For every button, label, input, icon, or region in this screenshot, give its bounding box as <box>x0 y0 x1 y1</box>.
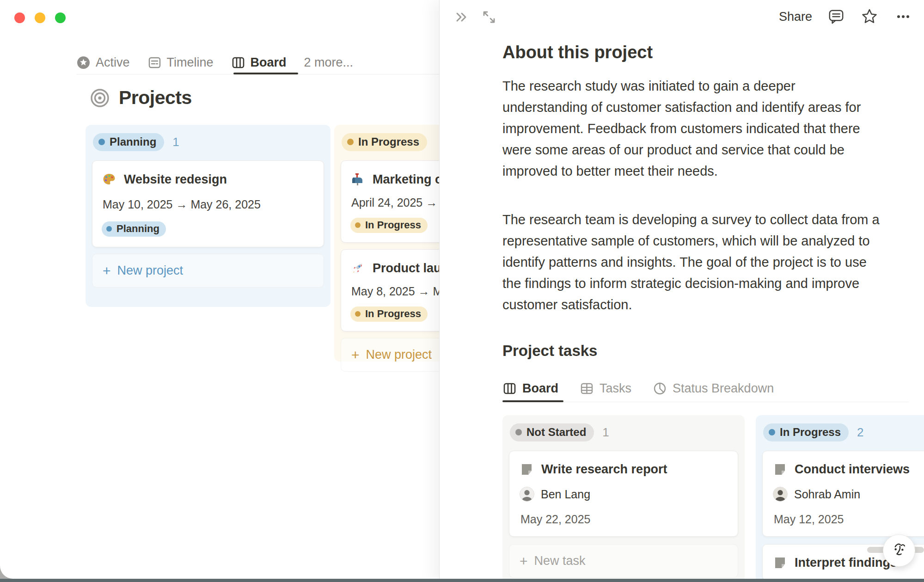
status-badge-planning: Planning <box>93 133 164 151</box>
status-label: Planning <box>116 223 159 235</box>
minimize-window-button[interactable] <box>35 12 45 23</box>
status-dot <box>106 226 112 232</box>
task-column-in-progress-header: In Progress 2 <box>763 423 924 441</box>
close-peek-chevrons-icon[interactable] <box>453 9 469 25</box>
project-card-website-redesign[interactable]: Website redesign May 10, 2025 → May 26, … <box>92 160 324 247</box>
tab-board-label: Board <box>251 55 287 70</box>
plus-icon: + <box>351 348 360 362</box>
task-tab-board-label: Board <box>522 381 558 396</box>
task-card-date: May 22, 2025 <box>520 513 728 526</box>
tab-active-label: Active <box>96 55 130 70</box>
task-card-title: Interpret findings <box>795 556 897 570</box>
project-card-title: Marketing c <box>373 172 439 187</box>
project-card-title: Product lau <box>373 261 439 276</box>
page-icon <box>773 462 787 477</box>
about-paragraph-2: The research team is developing a survey… <box>502 209 881 315</box>
star-circle-icon <box>76 55 91 70</box>
bullseye-icon <box>89 87 110 109</box>
task-card-title: Write research report <box>541 462 667 477</box>
plus-icon: + <box>103 264 111 278</box>
status-label: In Progress <box>365 308 421 320</box>
screen-bottom-edge <box>0 579 924 582</box>
table-icon <box>580 381 594 396</box>
project-card-dates: May 8, 2025 → Ma <box>351 285 439 298</box>
plus-icon: + <box>520 554 528 568</box>
tab-timeline-label: Timeline <box>167 55 214 70</box>
new-project-button[interactable]: + New project <box>341 338 439 372</box>
task-tab-status-breakdown[interactable]: Status Breakdown <box>653 381 774 396</box>
favorite-star-icon[interactable] <box>860 7 879 26</box>
project-card-dates: April 24, 2025 → M <box>351 196 439 209</box>
new-project-label: New project <box>117 263 184 278</box>
tab-active[interactable]: Active <box>76 55 130 70</box>
project-card-dates: May 10, 2025 → May 26, 2025 <box>103 198 314 211</box>
project-card-title: Website redesign <box>124 172 227 187</box>
assignee-row: Ben Lang <box>520 487 728 502</box>
status-badge-in-progress: In Progress <box>763 423 849 441</box>
column-planning-header: Planning 1 <box>93 133 323 151</box>
close-window-button[interactable] <box>14 12 25 23</box>
task-card-write-research-report[interactable]: Write research report Ben Lang May 22, 2… <box>509 451 738 537</box>
projects-board: Planning 1 Website redesign May 10, 2025… <box>86 125 439 384</box>
notion-ai-button[interactable] <box>883 534 915 567</box>
assignee-name: Ben Lang <box>541 488 590 501</box>
column-in-progress: In Progress Marketing c April 24, 2025 →… <box>334 125 439 361</box>
task-selected-tab-underline <box>502 400 563 402</box>
task-tab-board[interactable]: Board <box>502 381 558 396</box>
tab-more[interactable]: 2 more... <box>304 55 354 70</box>
task-tab-tasks-label: Tasks <box>600 381 631 396</box>
window-controls <box>14 12 66 23</box>
selected-tab-underline <box>233 73 298 74</box>
status-label: In Progress <box>365 219 421 231</box>
status-label: Planning <box>110 135 156 148</box>
avatar-sohrab-amin <box>773 487 788 502</box>
status-badge-not-started: Not Started <box>510 423 594 441</box>
share-button[interactable]: Share <box>779 10 812 24</box>
status-label: Not Started <box>526 426 586 439</box>
column-count: 2 <box>857 425 863 440</box>
task-tab-status-breakdown-label: Status Breakdown <box>673 381 774 396</box>
tab-more-label: 2 more... <box>304 55 354 70</box>
task-view-tabs: Board Tasks Status Breakdown <box>502 379 774 398</box>
new-project-button[interactable]: + New project <box>92 254 324 288</box>
task-board: Not Started 1 Write research report Ben … <box>502 415 924 582</box>
task-tabs-divider <box>502 402 908 402</box>
assignee-name: Sohrab Amin <box>794 488 860 501</box>
more-options-icon[interactable] <box>893 7 913 26</box>
status-dot <box>355 311 361 317</box>
status-badge-in-progress: In Progress <box>350 218 428 233</box>
column-count: 1 <box>172 135 179 149</box>
pie-chart-icon <box>653 381 667 396</box>
view-tabs: Active Timeline Board 2 more... <box>76 52 353 73</box>
board-columns-icon <box>502 381 517 396</box>
task-card-title: Conduct interviews <box>795 462 910 477</box>
expand-page-icon[interactable] <box>481 9 497 25</box>
page-icon <box>773 556 787 570</box>
about-heading: About this project <box>502 43 653 62</box>
tab-timeline[interactable]: Timeline <box>147 55 214 70</box>
new-project-label: New project <box>366 348 432 362</box>
status-badge-in-progress: In Progress <box>342 133 427 151</box>
task-column-not-started: Not Started 1 Write research report Ben … <box>502 415 745 582</box>
status-label: In Progress <box>780 426 841 439</box>
project-card-product-launch[interactable]: Product lau May 8, 2025 → Ma In Progress <box>341 249 439 331</box>
tab-board[interactable]: Board <box>231 55 287 70</box>
new-task-button[interactable]: + New task <box>509 544 738 578</box>
task-tab-tasks[interactable]: Tasks <box>580 381 631 396</box>
ai-face-icon <box>889 540 909 561</box>
status-label: In Progress <box>358 135 419 148</box>
status-dot <box>769 429 775 435</box>
about-paragraph-1: The research study was initiated to gain… <box>502 75 881 182</box>
timeline-icon <box>147 55 162 70</box>
status-dot <box>355 222 361 228</box>
page-title-row: Projects <box>89 87 192 109</box>
page-icon <box>520 462 534 477</box>
project-card-marketing[interactable]: Marketing c April 24, 2025 → M In Progre… <box>341 160 439 243</box>
status-dot <box>347 139 354 145</box>
rocket-icon <box>350 261 365 276</box>
comments-icon[interactable] <box>827 7 845 26</box>
zoom-window-button[interactable] <box>55 12 66 23</box>
page-title: Projects <box>119 87 192 109</box>
task-card-conduct-interviews[interactable]: Conduct interviews Sohrab Amin May 12, 2… <box>762 451 924 537</box>
column-in-progress-header: In Progress <box>342 133 439 151</box>
